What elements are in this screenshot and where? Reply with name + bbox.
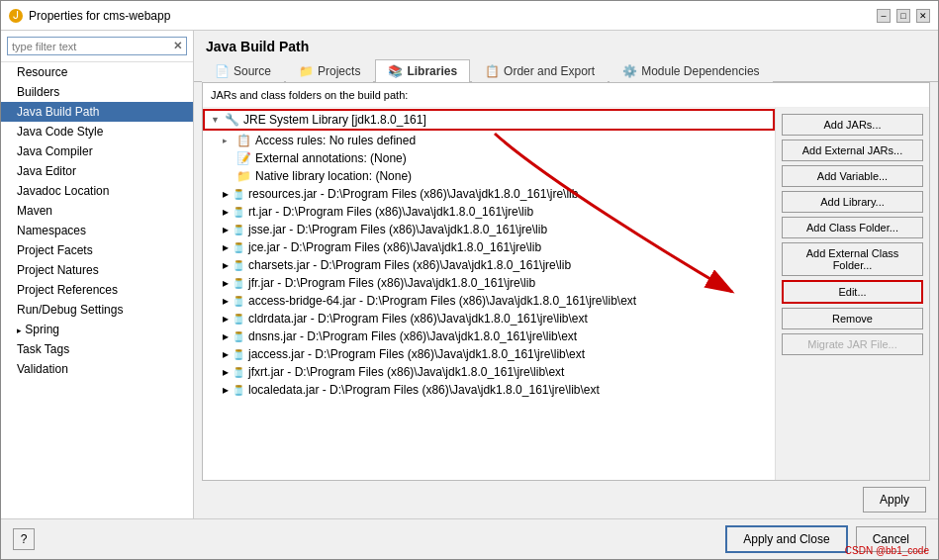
expand-arrow-access: ▸ bbox=[223, 136, 233, 145]
edit-button[interactable]: Edit... bbox=[782, 280, 923, 304]
filter-box: ✕ bbox=[1, 31, 193, 62]
jfr-label: jfr.jar - D:\Program Files (x86)\Java\jd… bbox=[248, 276, 535, 290]
sidebar-item-spring[interactable]: ▸ Spring bbox=[1, 320, 193, 339]
expand-jaccess: ▸ bbox=[223, 347, 229, 361]
svg-text:J: J bbox=[13, 11, 19, 21]
path-item-jre[interactable]: ▼ 🔧 JRE System Library [jdk1.8.0_161] bbox=[203, 109, 775, 131]
maximize-button[interactable]: □ bbox=[896, 9, 910, 23]
sidebar-item-builders[interactable]: Builders bbox=[1, 82, 193, 102]
apply-and-close-button[interactable]: Apply and Close bbox=[725, 525, 847, 553]
expand-ab: ▸ bbox=[223, 294, 229, 308]
dialog-footer: ? Apply and Close Cancel bbox=[1, 518, 938, 559]
expand-res: ▸ bbox=[223, 187, 229, 201]
filter-input[interactable] bbox=[12, 41, 169, 52]
sidebar-item-java-build-path[interactable]: Java Build Path bbox=[1, 102, 193, 122]
sidebar-item-resource[interactable]: Resource bbox=[1, 62, 193, 82]
title-bar-left: J Properties for cms-webapp bbox=[9, 9, 170, 23]
ext-ann-icon2: 📝 bbox=[236, 151, 251, 165]
sidebar-item-project-facets[interactable]: Project Facets bbox=[1, 240, 193, 260]
path-item-resources-jar[interactable]: ▸ 🫙 resources.jar - D:\Program Files (x8… bbox=[203, 185, 775, 203]
ab-label: access-bridge-64.jar - D:\Program Files … bbox=[248, 294, 636, 308]
tab-projects-label: Projects bbox=[318, 64, 360, 78]
module-icon: ⚙️ bbox=[622, 64, 637, 78]
sidebar-item-java-compiler[interactable]: Java Compiler bbox=[1, 141, 193, 161]
sidebar-item-java-code-style[interactable]: Java Code Style bbox=[1, 122, 193, 141]
rt-label: rt.jar - D:\Program Files (x86)\Java\jdk… bbox=[248, 205, 533, 219]
libraries-icon: 📚 bbox=[388, 64, 403, 78]
order-icon: 📋 bbox=[485, 64, 500, 78]
jar-icon-rt: 🫙 bbox=[233, 207, 244, 218]
projects-icon: 📁 bbox=[299, 64, 314, 78]
sidebar-item-validation[interactable]: Validation bbox=[1, 359, 193, 379]
jar-icon-cldr: 🫙 bbox=[233, 314, 244, 325]
jar-icon-jfxrt: 🫙 bbox=[233, 367, 244, 378]
expand-locale: ▸ bbox=[223, 383, 229, 397]
path-buttons-panel: Add JARs... Add External JARs... Add Var… bbox=[776, 108, 929, 480]
sidebar-item-maven[interactable]: Maven bbox=[1, 201, 193, 221]
tab-module-dependencies[interactable]: ⚙️ Module Dependencies bbox=[610, 59, 772, 82]
jar-icon-dnsns: 🫙 bbox=[233, 331, 244, 342]
panel-title: Java Build Path bbox=[194, 31, 938, 58]
jar-icon-charsets: 🫙 bbox=[233, 260, 244, 271]
path-item-native-lib[interactable]: 📁 Native library location: (None) bbox=[203, 167, 775, 185]
apply-button[interactable]: Apply bbox=[863, 487, 926, 513]
path-item-jfxrt-jar[interactable]: ▸ 🫙 jfxrt.jar - D:\Program Files (x86)\J… bbox=[203, 363, 775, 381]
window-controls: – □ ✕ bbox=[877, 9, 930, 23]
add-jars-button[interactable]: Add JARs... bbox=[782, 114, 923, 136]
migrate-jar-button[interactable]: Migrate JAR File... bbox=[782, 333, 923, 355]
path-label: JARs and class folders on the build path… bbox=[203, 83, 929, 108]
path-item-jaccess-jar[interactable]: ▸ 🫙 jaccess.jar - D:\Program Files (x86)… bbox=[203, 345, 775, 363]
expand-jsse: ▸ bbox=[223, 223, 229, 236]
path-item-cldrdata-jar[interactable]: ▸ 🫙 cldrdata.jar - D:\Program Files (x86… bbox=[203, 310, 775, 327]
jar-icon-jaccess: 🫙 bbox=[233, 349, 244, 360]
tab-libraries[interactable]: 📚 Libraries bbox=[375, 59, 470, 82]
add-external-jars-button[interactable]: Add External JARs... bbox=[782, 140, 923, 161]
source-icon: 📄 bbox=[215, 64, 230, 78]
sidebar-item-javadoc-location[interactable]: Javadoc Location bbox=[1, 181, 193, 201]
filter-input-wrap: ✕ bbox=[7, 37, 187, 55]
filter-clear-button[interactable]: ✕ bbox=[173, 40, 182, 52]
close-button[interactable]: ✕ bbox=[916, 9, 930, 23]
tab-module-label: Module Dependencies bbox=[641, 64, 759, 78]
path-item-dnsns-jar[interactable]: ▸ 🫙 dnsns.jar - D:\Program Files (x86)\J… bbox=[203, 327, 775, 345]
sidebar-item-project-natures[interactable]: Project Natures bbox=[1, 260, 193, 280]
tab-source-label: Source bbox=[234, 64, 271, 78]
tab-order-export[interactable]: 📋 Order and Export bbox=[472, 59, 608, 82]
tab-source[interactable]: 📄 Source bbox=[202, 59, 284, 82]
path-item-jce-jar[interactable]: ▸ 🫙 jce.jar - D:\Program Files (x86)\Jav… bbox=[203, 238, 775, 256]
native-label: Native library location: (None) bbox=[255, 169, 412, 183]
add-class-folder-button[interactable]: Add Class Folder... bbox=[782, 217, 923, 238]
minimize-button[interactable]: – bbox=[877, 9, 891, 23]
path-item-ext-annotations[interactable]: 📝 External annotations: (None) bbox=[203, 149, 775, 167]
jaccess-label: jaccess.jar - D:\Program Files (x86)\Jav… bbox=[248, 347, 585, 361]
cldr-label: cldrdata.jar - D:\Program Files (x86)\Ja… bbox=[248, 312, 588, 326]
add-variable-button[interactable]: Add Variable... bbox=[782, 165, 923, 187]
sidebar-item-run-debug[interactable]: Run/Debug Settings bbox=[1, 300, 193, 320]
jsse-label: jsse.jar - D:\Program Files (x86)\Java\j… bbox=[248, 223, 547, 236]
sidebar-item-namespaces[interactable]: Namespaces bbox=[1, 221, 193, 240]
tab-projects[interactable]: 📁 Projects bbox=[286, 59, 373, 82]
sidebar-item-java-editor[interactable]: Java Editor bbox=[1, 161, 193, 181]
sidebar-item-project-references[interactable]: Project References bbox=[1, 280, 193, 300]
access-label: Access rules: No rules defined bbox=[255, 134, 416, 147]
path-item-access-rules[interactable]: ▸ 📋 Access rules: No rules defined bbox=[203, 132, 775, 149]
add-library-button[interactable]: Add Library... bbox=[782, 191, 923, 213]
main-panel: Java Build Path 📄 Source 📁 Projects 📚 Li… bbox=[194, 31, 938, 518]
jre-label: JRE System Library [jdk1.8.0_161] bbox=[243, 113, 426, 127]
add-external-class-folder-button[interactable]: Add External Class Folder... bbox=[782, 242, 923, 276]
jre-icon: 🔧 bbox=[225, 113, 239, 127]
jar-icon-jsse: 🫙 bbox=[233, 225, 244, 235]
sidebar-item-task-tags[interactable]: Task Tags bbox=[1, 339, 193, 359]
help-button[interactable]: ? bbox=[13, 528, 35, 550]
path-item-rt-jar[interactable]: ▸ 🫙 rt.jar - D:\Program Files (x86)\Java… bbox=[203, 203, 775, 221]
path-item-localedata-jar[interactable]: ▸ 🫙 localedata.jar - D:\Program Files (x… bbox=[203, 381, 775, 399]
path-item-charsets-jar[interactable]: ▸ 🫙 charsets.jar - D:\Program Files (x86… bbox=[203, 256, 775, 274]
expand-arrow-jre: ▼ bbox=[211, 115, 221, 125]
tab-bar: 📄 Source 📁 Projects 📚 Libraries 📋 Order … bbox=[194, 58, 938, 82]
tab-libraries-label: Libraries bbox=[407, 64, 457, 78]
path-item-jfr-jar[interactable]: ▸ 🫙 jfr.jar - D:\Program Files (x86)\Jav… bbox=[203, 274, 775, 292]
path-item-jsse-jar[interactable]: ▸ 🫙 jsse.jar - D:\Program Files (x86)\Ja… bbox=[203, 221, 775, 238]
path-item-access-bridge-jar[interactable]: ▸ 🫙 access-bridge-64.jar - D:\Program Fi… bbox=[203, 292, 775, 310]
remove-button[interactable]: Remove bbox=[782, 308, 923, 329]
ext-ann-label: External annotations: (None) bbox=[255, 151, 407, 165]
